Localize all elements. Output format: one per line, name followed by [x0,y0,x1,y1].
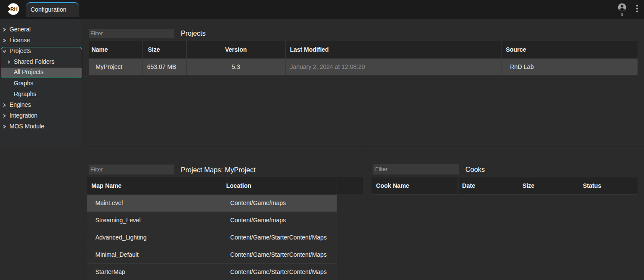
svg-text:RH: RH [10,6,18,12]
